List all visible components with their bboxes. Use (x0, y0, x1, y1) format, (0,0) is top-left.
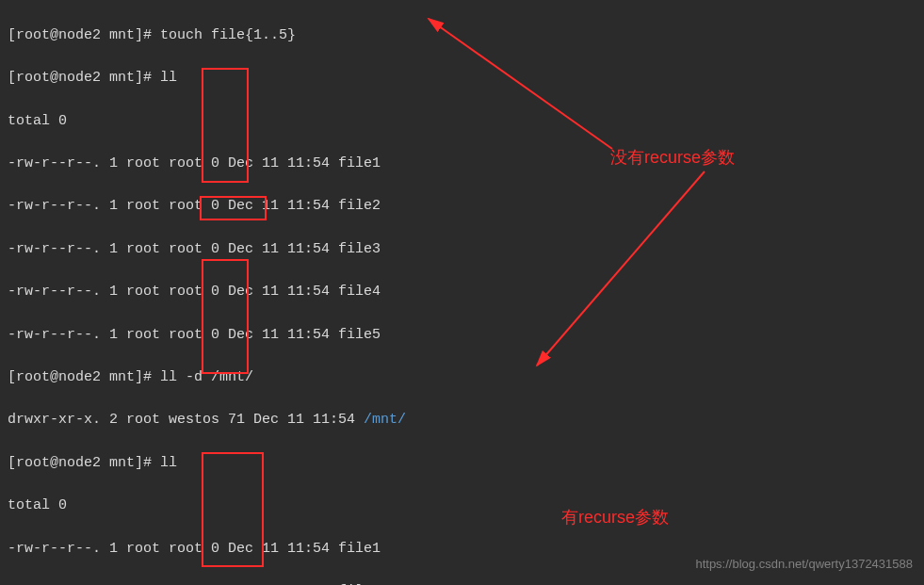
svg-line-0 (429, 19, 612, 149)
terminal-output[interactable]: [root@node2 mnt]# touch file{1..5} [root… (8, 4, 406, 585)
annotation-has-recurse: 有recurse参数 (561, 507, 669, 528)
ls-row: -rw-r--r--. 1 root root 0 Dec 11 11:54 f… (8, 196, 406, 218)
cmd-lld: ll -d /mnt/ (160, 369, 253, 385)
cmd-touch: touch file{1..5} (160, 27, 296, 43)
ls-row: -rw-r--r--. 1 root root 0 Dec 11 11:54 f… (8, 539, 406, 561)
prompt: [root@node2 mnt]# (8, 27, 152, 43)
cmd-ll: ll (160, 70, 177, 86)
prompt: [root@node2 mnt]# (8, 70, 152, 86)
watermark: https://blog.csdn.net/qwerty1372431588 (695, 554, 913, 576)
ls-row: -rw-r--r--. 1 root root 0 Dec 11 11:54 f… (8, 154, 406, 175)
total-line: total 0 (8, 111, 406, 133)
svg-line-1 (537, 171, 705, 366)
prompt: [root@node2 mnt]# (8, 369, 152, 385)
annotation-no-recurse: 没有recurse参数 (610, 147, 735, 169)
ls-row: -rw-r--r--. 1 root root 0 Dec 11 11:54 f… (8, 282, 406, 303)
cmd-ll: ll (160, 455, 177, 471)
prompt: [root@node2 mnt]# (8, 455, 152, 471)
dir-path: /mnt/ (364, 412, 406, 428)
ls-dir-row: drwxr-xr-x. 2 root westos 71 Dec 11 11:5… (8, 412, 364, 428)
ls-row: -rw-r--r--. 1 root root 0 Dec 11 11:54 f… (8, 581, 406, 585)
ls-row: -rw-r--r--. 1 root root 0 Dec 11 11:54 f… (8, 325, 406, 347)
total-line: total 0 (8, 496, 406, 517)
ls-row: -rw-r--r--. 1 root root 0 Dec 11 11:54 f… (8, 239, 406, 261)
